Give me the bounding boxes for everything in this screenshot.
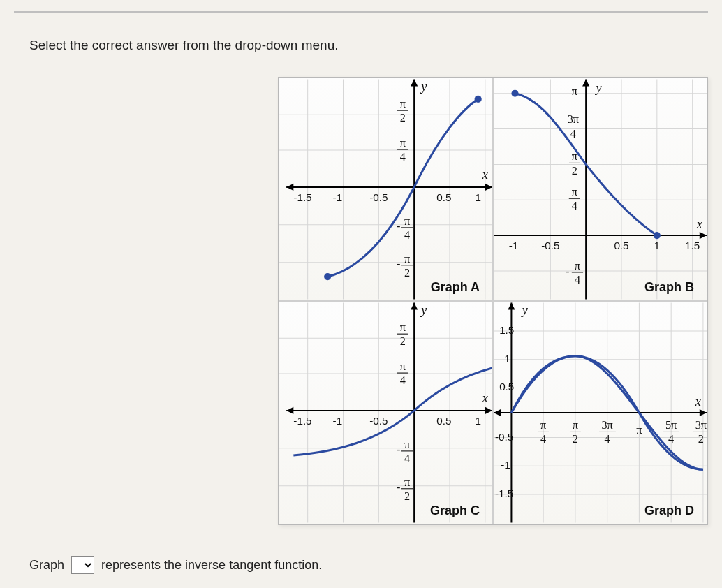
- answer-row: Graph ABCD represents the inverse tangen…: [29, 556, 322, 574]
- svg-text:-: -: [397, 481, 400, 494]
- svg-text:-1: -1: [333, 415, 343, 427]
- svg-text:4: 4: [605, 433, 610, 446]
- svg-text:1.5: 1.5: [685, 240, 700, 251]
- svg-text:y: y: [420, 303, 427, 317]
- graph-c-title: Graph C: [430, 504, 480, 518]
- svg-marker-48: [582, 79, 589, 86]
- graph-d-title: Graph D: [644, 504, 694, 518]
- x-axis-label: x: [482, 168, 488, 182]
- svg-text:-0.5: -0.5: [369, 415, 388, 427]
- svg-marker-83: [286, 407, 293, 414]
- svg-text:-1: -1: [333, 191, 343, 203]
- svg-text:4: 4: [400, 374, 406, 387]
- graph-c-svg: y x -1.5 -1 -0.5 0.5 1 π2 π4 -π4 -π2: [279, 302, 492, 524]
- svg-text:4: 4: [404, 453, 410, 465]
- svg-text:2: 2: [400, 335, 406, 348]
- svg-text:1: 1: [654, 240, 660, 251]
- svg-text:0.5: 0.5: [436, 191, 451, 203]
- svg-text:y: y: [594, 81, 602, 95]
- svg-text:2: 2: [698, 433, 704, 446]
- svg-text:π: π: [400, 98, 406, 110]
- graph-select[interactable]: ABCD: [71, 556, 94, 574]
- svg-text:5π: 5π: [665, 419, 677, 432]
- svg-text:1: 1: [475, 415, 480, 427]
- svg-text:0.5: 0.5: [614, 240, 628, 251]
- svg-text:-0.5: -0.5: [541, 240, 559, 251]
- svg-text:2: 2: [572, 165, 577, 177]
- graph-a-title: Graph A: [431, 280, 480, 295]
- y-axis-label: y: [420, 80, 427, 94]
- svg-point-49: [511, 90, 518, 97]
- svg-text:π: π: [540, 419, 546, 432]
- svg-text:1: 1: [504, 353, 510, 365]
- graph-d-svg: y x 1.5 1 0.5 -0.5 -1 -1.5 π4 π2 3π4 π 5…: [494, 302, 707, 524]
- svg-text:π: π: [404, 215, 410, 228]
- svg-text:π: π: [404, 439, 410, 451]
- svg-marker-11: [286, 184, 293, 191]
- svg-text:x: x: [482, 391, 488, 405]
- answer-after-text: represents the inverse tangent function.: [101, 558, 322, 573]
- graph-panel-a: y x -1.5 -1 -0.5 0.5 1 π2 π4 -π4 -π2 Gra…: [279, 78, 493, 301]
- svg-text:π: π: [404, 476, 410, 489]
- svg-text:x: x: [696, 217, 702, 231]
- svg-text:3π: 3π: [601, 419, 612, 432]
- svg-text:π: π: [404, 253, 410, 265]
- svg-text:-1.5: -1.5: [293, 191, 311, 203]
- svg-marker-121: [494, 409, 501, 416]
- graphs-figure: y x -1.5 -1 -0.5 0.5 1 π2 π4 -π4 -π2 Gra…: [278, 77, 708, 525]
- svg-marker-10: [485, 184, 492, 191]
- svg-text:-: -: [566, 265, 569, 278]
- svg-text:π: π: [636, 425, 642, 437]
- svg-text:-1.5: -1.5: [293, 415, 311, 427]
- svg-text:π: π: [400, 137, 406, 149]
- svg-text:-0.5: -0.5: [495, 431, 513, 443]
- svg-text:π: π: [573, 419, 578, 432]
- svg-marker-46: [700, 232, 707, 239]
- svg-text:0.5: 0.5: [499, 381, 514, 392]
- svg-marker-123: [508, 302, 515, 309]
- graph-panel-c: y x -1.5 -1 -0.5 0.5 1 π2 π4 -π4 -π2 Gra…: [279, 301, 493, 524]
- svg-text:2: 2: [400, 112, 406, 124]
- svg-marker-82: [485, 407, 492, 414]
- svg-text:1: 1: [475, 191, 480, 203]
- svg-text:-1: -1: [509, 240, 519, 251]
- svg-text:π: π: [572, 150, 577, 163]
- svg-marker-85: [411, 302, 418, 309]
- svg-text:1.5: 1.5: [499, 324, 514, 336]
- svg-text:3π: 3π: [695, 419, 707, 432]
- svg-text:-1.5: -1.5: [495, 487, 513, 499]
- answer-before-text: Graph: [29, 558, 64, 573]
- svg-text:π: π: [400, 360, 406, 373]
- svg-text:4: 4: [572, 200, 577, 212]
- svg-text:3π: 3π: [568, 113, 579, 126]
- svg-text:2: 2: [404, 490, 410, 503]
- svg-text:-: -: [397, 443, 400, 456]
- svg-text:-0.5: -0.5: [369, 191, 388, 203]
- svg-text:y: y: [521, 303, 529, 317]
- svg-marker-13: [411, 79, 418, 86]
- svg-text:2: 2: [404, 267, 410, 279]
- svg-text:4: 4: [400, 151, 406, 163]
- svg-text:π: π: [572, 186, 577, 198]
- graph-panel-d: y x 1.5 1 0.5 -0.5 -1 -1.5 π4 π2 3π4 π 5…: [493, 301, 707, 524]
- svg-text:4: 4: [668, 433, 674, 446]
- page: Select the correct answer from the drop-…: [0, 0, 722, 588]
- svg-text:2: 2: [573, 433, 578, 446]
- graph-panel-b: y x -1 -0.5 0.5 1 1.5 π 3π4 π2 π4 -π4 Gr…: [493, 78, 707, 301]
- svg-text:π: π: [572, 85, 577, 98]
- svg-text:4: 4: [404, 229, 410, 242]
- svg-text:-: -: [397, 258, 400, 270]
- svg-text:π: π: [575, 260, 580, 272]
- svg-text:0.5: 0.5: [436, 415, 451, 427]
- svg-text:4: 4: [575, 274, 580, 286]
- svg-text:-: -: [397, 220, 400, 233]
- instruction-text: Select the correct answer from the drop-…: [29, 38, 722, 53]
- svg-point-15: [475, 96, 482, 103]
- svg-point-50: [654, 232, 661, 239]
- top-rule: [14, 11, 708, 13]
- svg-text:x: x: [695, 395, 701, 409]
- graph-b-title: Graph B: [644, 280, 694, 295]
- svg-text:π: π: [400, 321, 406, 334]
- svg-point-14: [324, 273, 331, 280]
- graph-b-svg: y x -1 -0.5 0.5 1 1.5 π 3π4 π2 π4 -π4: [494, 78, 707, 300]
